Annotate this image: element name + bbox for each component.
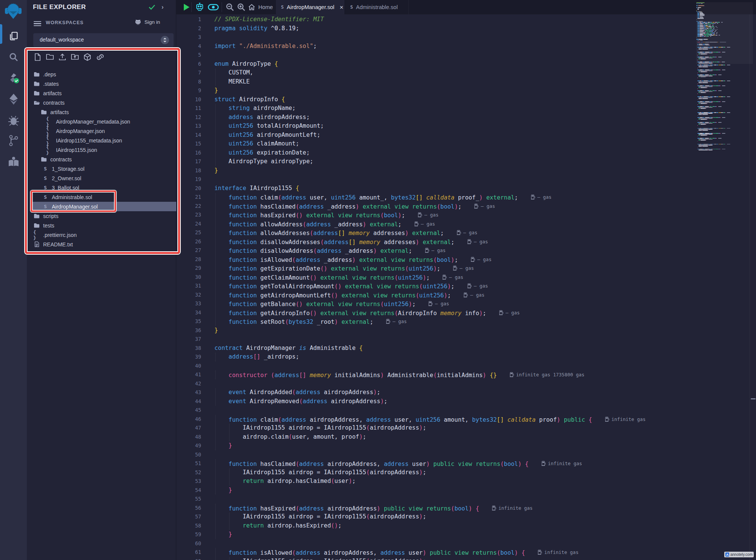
code-line-51[interactable]: 51 function hasClaimed(address airdropAd…: [176, 459, 756, 468]
code-line-47[interactable]: 47 IAirdrop1155 airdrop = IAirdrop1155(a…: [176, 424, 756, 433]
code-line-23[interactable]: 23 function hasExpired() external view r…: [176, 210, 756, 220]
new-folder-icon[interactable]: [46, 53, 54, 61]
link-icon[interactable]: [96, 53, 104, 61]
code-line-12[interactable]: 12 address airdropAddress;: [176, 113, 756, 122]
git-icon[interactable]: [7, 134, 20, 147]
code-line-35[interactable]: 35 function setRoot(bytes32 _root) exter…: [176, 317, 756, 326]
code-line-9[interactable]: 9}: [176, 86, 756, 95]
code-line-21[interactable]: 21 function claim(address user, uint256 …: [176, 193, 756, 202]
code-line-10[interactable]: 10struct AirdropInfo {: [176, 95, 756, 104]
code-line-7[interactable]: 7 CUSTOM,: [176, 68, 756, 77]
chevron-right-icon[interactable]: ›: [161, 3, 164, 11]
code-line-53[interactable]: 53 return airdrop.hasClaimed(user);: [176, 477, 756, 486]
new-file-icon[interactable]: [33, 53, 42, 61]
code-line-22[interactable]: 22 function hasClaimed(address _address)…: [176, 202, 756, 211]
code-line-29[interactable]: 29 function getExpirationDate() external…: [176, 264, 756, 273]
tab-home[interactable]: Home: [241, 0, 280, 14]
code-line-1[interactable]: 1// SPDX-License-Identifier: MIT: [176, 15, 756, 24]
tree-item-IAirdrop1155.json[interactable]: { }IAirdrop1155.json: [31, 145, 187, 155]
code-line-4[interactable]: 4import "./Administrable.sol";: [176, 42, 756, 51]
upload-file-icon[interactable]: [58, 53, 67, 61]
tree-item-artifacts[interactable]: artifacts: [31, 107, 181, 117]
tab-administrable[interactable]: S Administrable.sol: [345, 0, 409, 14]
tree-item-2_Owner.sol[interactable]: S2_Owner.sol: [31, 173, 183, 183]
code-line-61[interactable]: 61 function isAllowed(address airdropAdd…: [176, 548, 756, 557]
code-line-36[interactable]: 36}: [176, 326, 756, 335]
tree-item-Administrable.sol[interactable]: SAdministrable.sol: [31, 192, 183, 202]
code-line-37[interactable]: 37: [176, 335, 756, 344]
copilot-toggle-icon[interactable]: [206, 0, 220, 14]
code-line-46[interactable]: 46 function claim(address airdropAddress…: [176, 415, 756, 424]
code-line-5[interactable]: 5: [176, 51, 756, 60]
tree-item-.states[interactable]: .states: [31, 79, 174, 88]
code-line-58[interactable]: 58 return airdrop.hasExpired();: [176, 521, 756, 531]
upload-folder-icon[interactable]: [71, 53, 79, 61]
code-line-31[interactable]: 31 function getTotalAirdropAmount() exte…: [176, 282, 756, 291]
code-line-15[interactable]: 15 uint256 claimAmount;: [176, 139, 756, 149]
code-line-48[interactable]: 48 airdrop.claim(user, amount, proof);: [176, 433, 756, 442]
ai-copilot-icon[interactable]: [194, 0, 206, 14]
close-tab-icon[interactable]: ×: [340, 4, 343, 11]
code-line-41[interactable]: 41 constructor (address[] memory initial…: [176, 370, 756, 379]
code-line-33[interactable]: 33 function getBalance() external view r…: [176, 299, 756, 308]
code-line-34[interactable]: 34 function getAirdropInfo() external vi…: [176, 308, 756, 317]
learneth-book-icon[interactable]: [7, 156, 20, 169]
code-line-11[interactable]: 11 string airdropName;: [176, 104, 756, 113]
tree-item-AirdropManager.json[interactable]: { }AirdropManager.json: [31, 126, 187, 136]
solidity-compiler-icon[interactable]: [7, 72, 20, 85]
code-line-8[interactable]: 8 MERKLE: [176, 77, 756, 87]
workspaces-menu-icon[interactable]: [34, 20, 41, 26]
code-line-2[interactable]: 2pragma solidity ^0.8.19;: [176, 24, 756, 33]
code-line-57[interactable]: 57 IAirdrop1155 airdrop = IAirdrop1155(a…: [176, 512, 756, 521]
code-line-44[interactable]: 44 event AirdropRemoved(address airdropA…: [176, 397, 756, 406]
code-line-19[interactable]: 19: [176, 175, 756, 184]
workspace-sort-icon[interactable]: [161, 36, 169, 44]
search-icon[interactable]: [7, 51, 20, 63]
code-line-26[interactable]: 26 function disallowAddresses(address[] …: [176, 237, 756, 246]
tree-item-IAirdrop1155_metadata.json[interactable]: { }IAirdrop1155_metadata.json: [31, 136, 187, 145]
zoom-out-icon[interactable]: [225, 0, 235, 14]
code-line-17[interactable]: 17 AirdropType airdropType;: [176, 157, 756, 166]
tree-item-hidden[interactable]: S: [31, 249, 174, 258]
code-line-42[interactable]: 42: [176, 379, 756, 388]
code-line-30[interactable]: 30 function getClaimAmount() external vi…: [176, 273, 756, 282]
code-line-32[interactable]: 32 function getAirdropAmountLeft() exter…: [176, 291, 756, 300]
code-line-40[interactable]: 40: [176, 362, 756, 371]
code-line-60[interactable]: 60: [176, 539, 756, 548]
code-line-52[interactable]: 52 IAirdrop1155 airdrop = IAirdrop1155(a…: [176, 468, 756, 477]
code-line-62[interactable]: 62 IAirdrop1155 airdrop = IAirdrop1155(a…: [176, 557, 756, 560]
code-line-50[interactable]: 50: [176, 450, 756, 459]
run-script-button[interactable]: [181, 0, 192, 14]
deploy-run-icon[interactable]: [7, 93, 20, 105]
code-line-6[interactable]: 6enum AirdropType {: [176, 60, 756, 69]
tree-item-3_Ballot.sol[interactable]: S3_Ballot.sol: [31, 183, 183, 192]
debugger-icon[interactable]: [7, 114, 20, 127]
code-line-14[interactable]: 14 uint256 airdropAmountLeft;: [176, 131, 756, 140]
tab-airdropmanager[interactable]: S AirdropManager.sol ×: [275, 0, 345, 14]
sign-in-button[interactable]: Sign in: [134, 19, 160, 25]
file-explorer-icon[interactable]: [7, 30, 20, 43]
scrollbar-thumb[interactable]: [751, 398, 756, 399]
code-line-20[interactable]: 20interface IAirdrop1155 {: [176, 184, 756, 193]
code-line-56[interactable]: 56 function hasExpired(address airdropAd…: [176, 504, 756, 513]
code-line-59[interactable]: 59 }: [176, 530, 756, 539]
code-line-55[interactable]: 55: [176, 495, 756, 504]
code-line-16[interactable]: 16 uint256 expirationDate;: [176, 149, 756, 158]
cube-icon[interactable]: [83, 53, 92, 61]
tree-item-1_Storage.sol[interactable]: S1_Storage.sol: [31, 164, 183, 173]
code-line-25[interactable]: 25 function allowAddresses(address[] mem…: [176, 228, 756, 237]
code-line-3[interactable]: 3: [176, 33, 756, 42]
code-area[interactable]: 1// SPDX-License-Identifier: MIT2pragma …: [176, 14, 756, 560]
tree-item-README.txt[interactable]: README.txt: [31, 240, 174, 249]
code-line-38[interactable]: 38contract AirdropManager is Administrab…: [176, 344, 756, 353]
code-line-39[interactable]: 39 address[] _airdrops;: [176, 353, 756, 362]
tree-item-AirdropManager_metadata.json[interactable]: { }AirdropManager_metadata.json: [31, 117, 187, 126]
remix-logo-icon[interactable]: [5, 2, 22, 20]
minimap[interactable]: [696, 2, 753, 161]
code-line-49[interactable]: 49 }: [176, 441, 756, 450]
code-line-13[interactable]: 13 uint256 totalAirdropAmount;: [176, 122, 756, 131]
workspace-select[interactable]: default_workspace: [33, 33, 174, 47]
code-line-45[interactable]: 45: [176, 406, 756, 415]
code-line-18[interactable]: 18}: [176, 166, 756, 175]
tree-item-scripts[interactable]: scripts: [31, 211, 174, 221]
